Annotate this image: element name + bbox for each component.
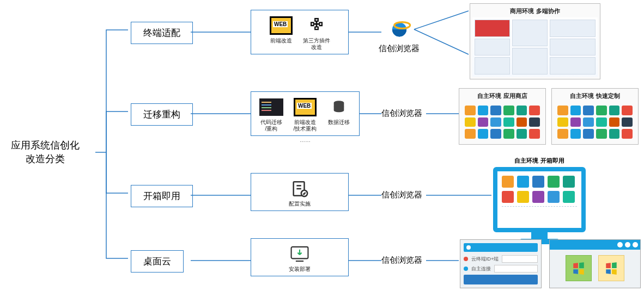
svg-line-4 xyxy=(414,11,469,29)
checklist-icon xyxy=(288,179,312,199)
svg-line-5 xyxy=(414,29,469,54)
preview-customize: 自主环境 快速定制 xyxy=(551,88,639,145)
connector-label2-preview xyxy=(426,113,459,114)
preview-cloud-login: 云终端ID+端 自主连接 xyxy=(460,239,542,288)
detail-item-frontend2: 前端改造 /技术重构 xyxy=(293,97,317,132)
connector-detail4-label xyxy=(349,260,381,261)
monitor-screen xyxy=(493,167,586,232)
login-user-field xyxy=(502,255,538,263)
connector-ie-preview1 xyxy=(414,11,469,54)
migration-ellipsis: …… xyxy=(300,137,311,143)
database-icon xyxy=(327,97,351,117)
detail-caption: 代码迁移 /重构 xyxy=(260,119,282,132)
root-bracket xyxy=(95,30,133,264)
os-tile-icon xyxy=(566,255,592,281)
connector-label3-preview xyxy=(426,195,491,196)
login-header-icon xyxy=(464,243,538,252)
login-opt1: 云终端ID+端 xyxy=(471,256,499,263)
login-submit-button xyxy=(464,275,538,284)
detail-item-frontend: 前端改造 xyxy=(269,16,293,44)
web-icon xyxy=(293,97,317,117)
detail-item-code: 代码迁移 /重构 xyxy=(259,97,283,132)
category-ready-to-use: 开箱即用 xyxy=(131,185,193,207)
preview-ready-monitor: 自主环境 开箱即用 xyxy=(493,157,586,244)
detail-cloud: 安装部署 xyxy=(251,238,349,276)
browser-label-4: 信创浏览器 xyxy=(381,255,422,265)
preview-cloud-desktop xyxy=(549,239,641,288)
detail-caption: 前端改造 /技术重构 xyxy=(294,119,317,132)
puzzle-icon xyxy=(305,16,329,35)
category-desktop-cloud: 桌面云 xyxy=(131,250,184,273)
preview-title: 自主环境 快速定制 xyxy=(554,91,636,102)
detail-caption: 第三方插件 改造 xyxy=(303,38,330,51)
connector-detail3-label xyxy=(349,195,381,196)
preview-appstore: 自主环境 应用商店 xyxy=(459,88,546,145)
browser-label-2: 信创浏览器 xyxy=(381,108,422,119)
root-title: 应用系统信创化 改造分类 xyxy=(11,139,80,166)
preview-title: 自主环境 开箱即用 xyxy=(493,157,586,165)
login-pwd-field xyxy=(494,265,538,273)
detail-caption: 前端改造 xyxy=(270,38,292,44)
browser-label-3: 信创浏览器 xyxy=(381,190,422,200)
detail-migration: 代码迁移 /重构 前端改造 /技术重构 数据迁移 xyxy=(251,91,360,136)
ie-browser-icon xyxy=(388,17,411,40)
preview-title: 自主环境 应用商店 xyxy=(461,91,543,102)
connector-cat2-detail xyxy=(191,113,251,114)
web-icon xyxy=(269,16,293,35)
connector-cat4-detail xyxy=(191,260,251,261)
connector-cat1-detail xyxy=(191,32,251,33)
detail-item-plugin: 第三方插件 改造 xyxy=(303,16,330,51)
preview-title: 商用环境 多端协作 xyxy=(472,6,598,17)
browser-label-1: 信创浏览器 xyxy=(379,44,420,54)
tile-grid-customize xyxy=(554,102,636,142)
preview-body xyxy=(472,17,598,77)
code-migration-icon xyxy=(259,97,283,117)
connector-detail1-ie xyxy=(349,32,381,33)
desktop-titlebar xyxy=(550,240,640,250)
detail-terminal: 前端改造 第三方插件 改造 xyxy=(251,10,349,54)
os-tile-icon xyxy=(598,255,624,281)
detail-item-data: 数据迁移 xyxy=(327,97,351,126)
detail-caption: 安装部署 xyxy=(289,266,311,273)
svg-point-22 xyxy=(466,245,471,250)
connector-cat3-detail xyxy=(191,195,251,196)
monitor-stand xyxy=(531,231,548,239)
tile-grid-appstore xyxy=(461,102,543,142)
detail-caption: 配置实施 xyxy=(289,201,311,207)
detail-item-install: 安装部署 xyxy=(288,244,312,273)
detail-readybox: 配置实施 xyxy=(251,173,349,211)
detail-caption: 数据迁移 xyxy=(328,119,350,126)
preview-commercial: 商用环境 多端协作 xyxy=(470,3,600,79)
connector-label4-preview xyxy=(426,260,459,261)
detail-item-config: 配置实施 xyxy=(288,179,312,207)
category-migration-refactor: 迁移重构 xyxy=(131,103,193,126)
install-icon xyxy=(288,244,312,264)
login-opt2: 自主连接 xyxy=(471,265,491,273)
category-terminal-adaptation: 终端适配 xyxy=(131,22,193,44)
connector-detail2-label xyxy=(360,113,381,114)
